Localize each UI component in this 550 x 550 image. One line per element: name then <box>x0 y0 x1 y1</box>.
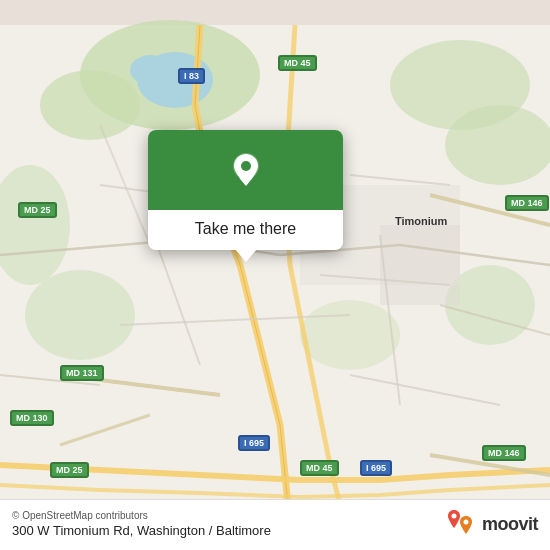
svg-point-7 <box>300 300 400 370</box>
address-text: 300 W Timonium Rd, Washington / Baltimor… <box>12 523 271 538</box>
popup-card-top <box>148 130 343 210</box>
svg-point-32 <box>241 161 251 171</box>
location-pin-icon <box>224 148 268 192</box>
popup-arrow <box>235 249 257 262</box>
svg-point-4 <box>445 105 550 185</box>
road-badge-i695: I 695 <box>238 435 270 451</box>
road-badge-md25-left2: MD 25 <box>50 462 89 478</box>
road-badge-i83: I 83 <box>178 68 205 84</box>
moovit-logo-icon <box>446 508 476 540</box>
moovit-logo: moovit <box>446 508 538 540</box>
svg-point-33 <box>451 514 456 519</box>
road-badge-md146-bottom: MD 146 <box>482 445 526 461</box>
moovit-text: moovit <box>482 514 538 535</box>
osm-credit: © OpenStreetMap contributors <box>12 510 271 521</box>
map-container: I 83 MD 45 MD 25 MD 25 MD 131 MD 130 MD … <box>0 0 550 550</box>
svg-point-6 <box>25 270 135 360</box>
svg-point-34 <box>463 520 468 525</box>
bottom-left: © OpenStreetMap contributors 300 W Timon… <box>12 510 271 538</box>
road-badge-md25-left: MD 25 <box>18 202 57 218</box>
bottom-bar: © OpenStreetMap contributors 300 W Timon… <box>0 499 550 550</box>
popup-card-bottom: Take me there <box>148 210 343 250</box>
road-badge-md146-right: MD 146 <box>505 195 549 211</box>
svg-point-10 <box>130 55 170 85</box>
road-badge-md45-top: MD 45 <box>278 55 317 71</box>
place-label-timonium: Timonium <box>395 215 447 227</box>
road-badge-md130: MD 130 <box>10 410 54 426</box>
road-badge-i695-2: I 695 <box>360 460 392 476</box>
svg-point-2 <box>40 70 140 140</box>
svg-rect-12 <box>380 225 460 305</box>
road-badge-md131: MD 131 <box>60 365 104 381</box>
road-badge-md45-bottom: MD 45 <box>300 460 339 476</box>
take-me-there-button[interactable]: Take me there <box>195 220 296 238</box>
popup-card: Take me there <box>148 130 343 250</box>
